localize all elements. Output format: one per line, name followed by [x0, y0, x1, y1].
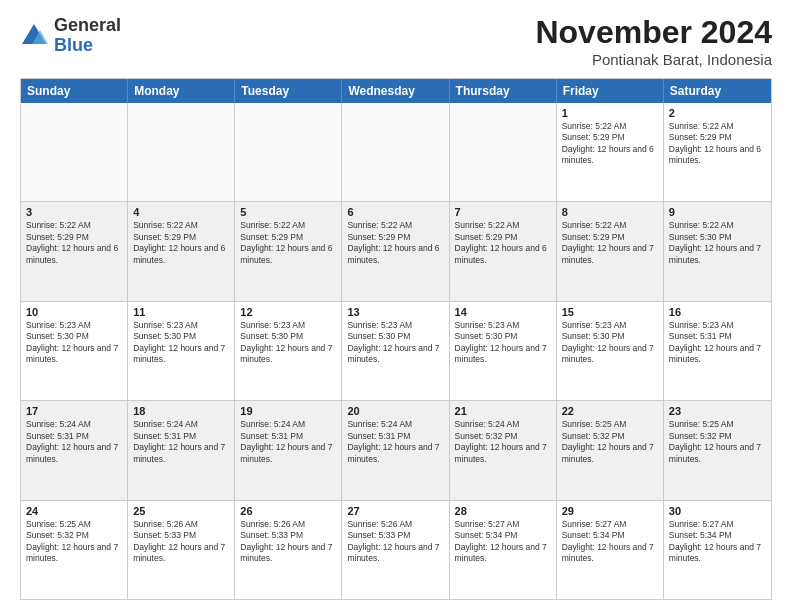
header-day-friday: Friday	[557, 79, 664, 103]
calendar-row-2: 10Sunrise: 5:23 AM Sunset: 5:30 PM Dayli…	[21, 301, 771, 400]
day-cell-29: 29Sunrise: 5:27 AM Sunset: 5:34 PM Dayli…	[557, 501, 664, 599]
calendar-row-1: 3Sunrise: 5:22 AM Sunset: 5:29 PM Daylig…	[21, 201, 771, 300]
day-number: 2	[669, 107, 766, 119]
day-cell-24: 24Sunrise: 5:25 AM Sunset: 5:32 PM Dayli…	[21, 501, 128, 599]
day-cell-4: 4Sunrise: 5:22 AM Sunset: 5:29 PM Daylig…	[128, 202, 235, 300]
day-number: 7	[455, 206, 551, 218]
day-number: 25	[133, 505, 229, 517]
day-number: 16	[669, 306, 766, 318]
day-info: Sunrise: 5:26 AM Sunset: 5:33 PM Dayligh…	[133, 519, 229, 565]
day-cell-16: 16Sunrise: 5:23 AM Sunset: 5:31 PM Dayli…	[664, 302, 771, 400]
day-info: Sunrise: 5:23 AM Sunset: 5:30 PM Dayligh…	[347, 320, 443, 366]
day-info: Sunrise: 5:22 AM Sunset: 5:29 PM Dayligh…	[455, 220, 551, 266]
day-cell-5: 5Sunrise: 5:22 AM Sunset: 5:29 PM Daylig…	[235, 202, 342, 300]
day-number: 22	[562, 405, 658, 417]
day-cell-2: 2Sunrise: 5:22 AM Sunset: 5:29 PM Daylig…	[664, 103, 771, 201]
day-info: Sunrise: 5:23 AM Sunset: 5:30 PM Dayligh…	[455, 320, 551, 366]
calendar-row-0: 1Sunrise: 5:22 AM Sunset: 5:29 PM Daylig…	[21, 103, 771, 201]
day-info: Sunrise: 5:22 AM Sunset: 5:29 PM Dayligh…	[240, 220, 336, 266]
day-number: 5	[240, 206, 336, 218]
month-title: November 2024	[535, 16, 772, 48]
day-cell-15: 15Sunrise: 5:23 AM Sunset: 5:30 PM Dayli…	[557, 302, 664, 400]
day-number: 28	[455, 505, 551, 517]
day-info: Sunrise: 5:25 AM Sunset: 5:32 PM Dayligh…	[562, 419, 658, 465]
day-number: 30	[669, 505, 766, 517]
day-info: Sunrise: 5:22 AM Sunset: 5:29 PM Dayligh…	[133, 220, 229, 266]
day-cell-7: 7Sunrise: 5:22 AM Sunset: 5:29 PM Daylig…	[450, 202, 557, 300]
header-day-sunday: Sunday	[21, 79, 128, 103]
day-info: Sunrise: 5:26 AM Sunset: 5:33 PM Dayligh…	[347, 519, 443, 565]
day-cell-9: 9Sunrise: 5:22 AM Sunset: 5:30 PM Daylig…	[664, 202, 771, 300]
day-cell-21: 21Sunrise: 5:24 AM Sunset: 5:32 PM Dayli…	[450, 401, 557, 499]
empty-cell	[21, 103, 128, 201]
day-number: 29	[562, 505, 658, 517]
page: General Blue November 2024 Pontianak Bar…	[0, 0, 792, 612]
logo-text: General Blue	[54, 16, 121, 56]
calendar: SundayMondayTuesdayWednesdayThursdayFrid…	[20, 78, 772, 600]
day-cell-8: 8Sunrise: 5:22 AM Sunset: 5:29 PM Daylig…	[557, 202, 664, 300]
day-cell-27: 27Sunrise: 5:26 AM Sunset: 5:33 PM Dayli…	[342, 501, 449, 599]
day-info: Sunrise: 5:22 AM Sunset: 5:29 PM Dayligh…	[26, 220, 122, 266]
day-info: Sunrise: 5:26 AM Sunset: 5:33 PM Dayligh…	[240, 519, 336, 565]
day-info: Sunrise: 5:23 AM Sunset: 5:31 PM Dayligh…	[669, 320, 766, 366]
day-info: Sunrise: 5:25 AM Sunset: 5:32 PM Dayligh…	[669, 419, 766, 465]
day-info: Sunrise: 5:22 AM Sunset: 5:29 PM Dayligh…	[347, 220, 443, 266]
day-cell-20: 20Sunrise: 5:24 AM Sunset: 5:31 PM Dayli…	[342, 401, 449, 499]
day-cell-11: 11Sunrise: 5:23 AM Sunset: 5:30 PM Dayli…	[128, 302, 235, 400]
day-info: Sunrise: 5:22 AM Sunset: 5:30 PM Dayligh…	[669, 220, 766, 266]
logo-general: General	[54, 15, 121, 35]
day-cell-12: 12Sunrise: 5:23 AM Sunset: 5:30 PM Dayli…	[235, 302, 342, 400]
empty-cell	[235, 103, 342, 201]
day-number: 4	[133, 206, 229, 218]
day-cell-23: 23Sunrise: 5:25 AM Sunset: 5:32 PM Dayli…	[664, 401, 771, 499]
calendar-body: 1Sunrise: 5:22 AM Sunset: 5:29 PM Daylig…	[21, 103, 771, 599]
logo-blue: Blue	[54, 35, 93, 55]
day-number: 13	[347, 306, 443, 318]
calendar-row-3: 17Sunrise: 5:24 AM Sunset: 5:31 PM Dayli…	[21, 400, 771, 499]
day-cell-10: 10Sunrise: 5:23 AM Sunset: 5:30 PM Dayli…	[21, 302, 128, 400]
day-number: 17	[26, 405, 122, 417]
calendar-header: SundayMondayTuesdayWednesdayThursdayFrid…	[21, 79, 771, 103]
day-cell-18: 18Sunrise: 5:24 AM Sunset: 5:31 PM Dayli…	[128, 401, 235, 499]
day-cell-19: 19Sunrise: 5:24 AM Sunset: 5:31 PM Dayli…	[235, 401, 342, 499]
day-info: Sunrise: 5:23 AM Sunset: 5:30 PM Dayligh…	[26, 320, 122, 366]
header-day-tuesday: Tuesday	[235, 79, 342, 103]
day-info: Sunrise: 5:24 AM Sunset: 5:31 PM Dayligh…	[133, 419, 229, 465]
day-info: Sunrise: 5:24 AM Sunset: 5:32 PM Dayligh…	[455, 419, 551, 465]
day-number: 23	[669, 405, 766, 417]
calendar-row-4: 24Sunrise: 5:25 AM Sunset: 5:32 PM Dayli…	[21, 500, 771, 599]
day-info: Sunrise: 5:27 AM Sunset: 5:34 PM Dayligh…	[562, 519, 658, 565]
day-number: 15	[562, 306, 658, 318]
day-number: 1	[562, 107, 658, 119]
day-number: 18	[133, 405, 229, 417]
day-info: Sunrise: 5:22 AM Sunset: 5:29 PM Dayligh…	[562, 121, 658, 167]
empty-cell	[342, 103, 449, 201]
day-number: 19	[240, 405, 336, 417]
header-day-thursday: Thursday	[450, 79, 557, 103]
day-info: Sunrise: 5:23 AM Sunset: 5:30 PM Dayligh…	[562, 320, 658, 366]
day-cell-17: 17Sunrise: 5:24 AM Sunset: 5:31 PM Dayli…	[21, 401, 128, 499]
day-info: Sunrise: 5:23 AM Sunset: 5:30 PM Dayligh…	[133, 320, 229, 366]
day-info: Sunrise: 5:27 AM Sunset: 5:34 PM Dayligh…	[669, 519, 766, 565]
day-info: Sunrise: 5:24 AM Sunset: 5:31 PM Dayligh…	[240, 419, 336, 465]
day-number: 14	[455, 306, 551, 318]
location-title: Pontianak Barat, Indonesia	[535, 51, 772, 68]
day-number: 27	[347, 505, 443, 517]
day-info: Sunrise: 5:27 AM Sunset: 5:34 PM Dayligh…	[455, 519, 551, 565]
day-cell-14: 14Sunrise: 5:23 AM Sunset: 5:30 PM Dayli…	[450, 302, 557, 400]
day-number: 8	[562, 206, 658, 218]
logo: General Blue	[20, 16, 121, 56]
header-day-monday: Monday	[128, 79, 235, 103]
day-info: Sunrise: 5:23 AM Sunset: 5:30 PM Dayligh…	[240, 320, 336, 366]
day-cell-30: 30Sunrise: 5:27 AM Sunset: 5:34 PM Dayli…	[664, 501, 771, 599]
day-cell-3: 3Sunrise: 5:22 AM Sunset: 5:29 PM Daylig…	[21, 202, 128, 300]
day-number: 21	[455, 405, 551, 417]
day-number: 11	[133, 306, 229, 318]
header: General Blue November 2024 Pontianak Bar…	[20, 16, 772, 68]
header-day-wednesday: Wednesday	[342, 79, 449, 103]
header-day-saturday: Saturday	[664, 79, 771, 103]
day-info: Sunrise: 5:24 AM Sunset: 5:31 PM Dayligh…	[26, 419, 122, 465]
day-number: 26	[240, 505, 336, 517]
day-number: 24	[26, 505, 122, 517]
empty-cell	[450, 103, 557, 201]
